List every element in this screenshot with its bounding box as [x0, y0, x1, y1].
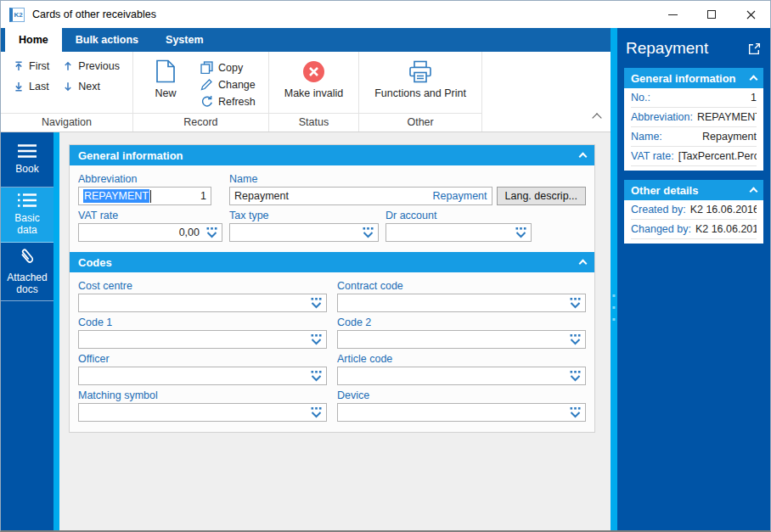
- article-code-input[interactable]: [337, 367, 586, 385]
- code-2-label: Code 2: [337, 316, 586, 328]
- change-label: Change: [218, 79, 256, 91]
- preview-row-value: K2 16.06.2016 ...: [695, 223, 757, 235]
- abbreviation-number: 1: [200, 190, 206, 202]
- chevron-up-icon[interactable]: [750, 76, 758, 84]
- combo-dropdown-icon[interactable]: [566, 406, 581, 418]
- codes-body: Cost centre Contract code Code 1: [70, 272, 594, 432]
- splitter-grip-icon: [613, 294, 616, 321]
- printer-icon: [408, 60, 433, 83]
- combo-dropdown-icon[interactable]: [359, 227, 374, 238]
- device-input[interactable]: [337, 403, 586, 422]
- abbreviation-label: Abbreviation: [78, 173, 211, 185]
- maximize-button[interactable]: [692, 1, 731, 28]
- panel-splitter[interactable]: [611, 28, 617, 530]
- arrow-to-bottom-icon: [14, 81, 24, 92]
- refresh-button[interactable]: Refresh: [198, 94, 258, 109]
- preview-row-value: Repayment: [702, 131, 757, 143]
- officer-input[interactable]: [78, 367, 327, 385]
- matching-symbol-input[interactable]: [78, 403, 327, 422]
- functions-and-print-button[interactable]: Functions and Print: [369, 56, 471, 101]
- next-button[interactable]: Next: [60, 80, 122, 93]
- field-article-code: Article code: [337, 349, 586, 385]
- vat-rate-input[interactable]: 0,00: [78, 223, 222, 242]
- field-contract-code: Contract code: [337, 276, 586, 312]
- new-button[interactable]: New: [144, 56, 188, 113]
- preview-row-label: Abbreviation:: [631, 111, 693, 123]
- open-in-window-button[interactable]: [747, 42, 762, 56]
- preview-row-label: Changed by:: [631, 223, 691, 235]
- tax-type-input[interactable]: [229, 223, 379, 242]
- menu-icon: [17, 143, 37, 159]
- card-form: General information Abbreviation REPAYME…: [69, 144, 595, 433]
- preview-row-no: No.: 1: [631, 88, 757, 108]
- chevron-up-icon[interactable]: [750, 188, 758, 196]
- arrow-to-top-icon: [14, 61, 24, 71]
- name-input[interactable]: Repayment Repayment: [229, 187, 492, 205]
- preview-row-abbreviation: Abbreviation: REPAYMENT: [631, 108, 757, 127]
- vat-rate-label: VAT rate: [78, 210, 222, 221]
- first-button[interactable]: First: [11, 59, 52, 73]
- sidebar-item-label: Book: [15, 164, 38, 176]
- section-header-codes[interactable]: Codes: [70, 252, 594, 272]
- matching-symbol-label: Matching symbol: [78, 389, 327, 401]
- cost-centre-input[interactable]: [78, 294, 327, 312]
- preview-title: Repayment: [626, 39, 708, 58]
- minimize-button[interactable]: [653, 1, 692, 28]
- make-invalid-label: Make invalid: [284, 87, 343, 99]
- copy-icon: [200, 61, 213, 74]
- field-officer: Officer: [78, 349, 327, 385]
- main-area: General information Abbreviation REPAYME…: [59, 132, 611, 530]
- field-code-2: Code 2: [337, 312, 586, 349]
- sidebar-item-book[interactable]: Book: [1, 132, 53, 188]
- combo-dropdown-icon[interactable]: [512, 227, 526, 238]
- cost-centre-label: Cost centre: [78, 280, 327, 292]
- code-2-input[interactable]: [337, 330, 586, 349]
- close-button[interactable]: [731, 1, 770, 28]
- chevron-up-icon[interactable]: [579, 153, 588, 161]
- field-code-1: Code 1: [78, 312, 327, 349]
- pencil-icon: [200, 78, 213, 91]
- chevron-up-icon[interactable]: [579, 260, 588, 268]
- ribbon-group-other: Functions and Print Other: [359, 52, 482, 132]
- last-button[interactable]: Last: [11, 80, 52, 93]
- combo-dropdown-icon[interactable]: [203, 227, 217, 238]
- device-label: Device: [337, 389, 586, 401]
- preview-card-other-details: Other details Created by: K2 16.06.2016 …: [624, 180, 763, 244]
- combo-dropdown-icon[interactable]: [566, 333, 581, 345]
- sidebar-item-label: Basic data: [3, 213, 51, 237]
- tab-home[interactable]: Home: [5, 28, 62, 52]
- preview-card-title: Other details: [631, 184, 698, 197]
- sidebar-item-basic-data[interactable]: Basic data: [1, 188, 53, 243]
- ribbon-tab-bar: Home Bulk actions System: [1, 28, 611, 52]
- code-1-input[interactable]: [78, 330, 327, 349]
- tab-system[interactable]: System: [152, 28, 217, 52]
- sidebar-item-attached-docs[interactable]: Attached docs: [1, 243, 53, 301]
- copy-label: Copy: [218, 62, 243, 74]
- field-matching-symbol: Matching symbol: [78, 385, 327, 422]
- collapse-ribbon-button[interactable]: [594, 112, 600, 124]
- combo-dropdown-icon[interactable]: [307, 406, 322, 418]
- abbreviation-input[interactable]: REPAYMENT 1: [78, 187, 211, 205]
- combo-dropdown-icon[interactable]: [566, 370, 581, 382]
- tab-bulk-actions[interactable]: Bulk actions: [62, 28, 152, 52]
- lang-descriptions-button[interactable]: Lang. descrip...: [497, 187, 586, 205]
- combo-dropdown-icon[interactable]: [307, 333, 322, 345]
- chevron-up-icon: [592, 113, 601, 122]
- make-invalid-button[interactable]: Make invalid: [279, 56, 348, 101]
- change-button[interactable]: Change: [198, 77, 258, 92]
- name-value: Repayment: [234, 190, 289, 202]
- section-header-general-information[interactable]: General information: [70, 145, 594, 165]
- copy-button[interactable]: Copy: [198, 60, 258, 75]
- combo-dropdown-icon[interactable]: [307, 297, 322, 309]
- ribbon-group-record: New Copy Change: [133, 52, 269, 132]
- preview-card-header[interactable]: Other details: [624, 180, 763, 200]
- combo-dropdown-icon[interactable]: [307, 370, 322, 382]
- contract-code-input[interactable]: [337, 294, 586, 312]
- vat-rate-value: 0,00: [179, 227, 200, 238]
- combo-dropdown-icon[interactable]: [566, 297, 581, 309]
- group-label-navigation: Navigation: [1, 113, 132, 132]
- previous-button[interactable]: Previous: [60, 59, 122, 73]
- preview-panel: Repayment General information No.: 1: [617, 28, 770, 530]
- preview-card-header[interactable]: General information: [624, 68, 763, 88]
- dr-account-input[interactable]: [386, 223, 532, 242]
